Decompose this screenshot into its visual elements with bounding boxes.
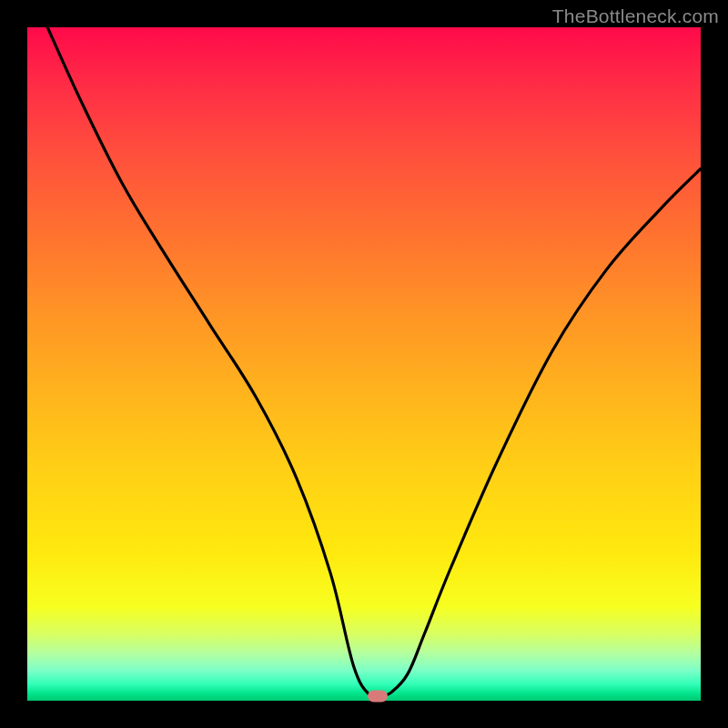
chart-frame: TheBottleneck.com [0, 0, 728, 728]
bottleneck-curve [27, 27, 701, 701]
watermark-text: TheBottleneck.com [552, 5, 719, 27]
plot-area [27, 27, 701, 701]
optimal-marker [368, 690, 388, 702]
